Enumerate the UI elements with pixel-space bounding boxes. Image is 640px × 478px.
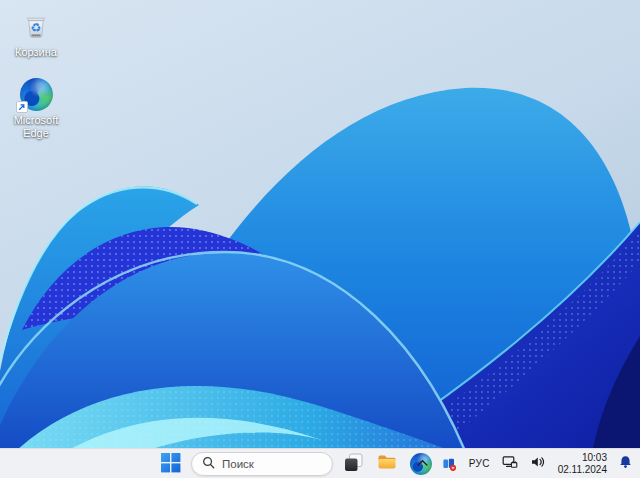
wallpaper-bloom bbox=[0, 0, 640, 478]
tray-chevron-button[interactable] bbox=[414, 454, 431, 473]
desktop: ♻ Корзина Microsoft Edge bbox=[0, 0, 640, 478]
recycle-bin-icon: ♻ bbox=[18, 8, 54, 44]
tray-status-button[interactable] bbox=[439, 454, 459, 474]
taskbar: Поиск bbox=[0, 448, 640, 478]
desktop-icon-microsoft-edge[interactable]: Microsoft Edge bbox=[2, 74, 70, 141]
network-button[interactable] bbox=[500, 452, 520, 475]
magnifier-icon bbox=[202, 455, 215, 473]
file-explorer-button[interactable] bbox=[374, 449, 400, 478]
task-view-button[interactable] bbox=[341, 450, 366, 478]
clock-time: 10:03 bbox=[582, 452, 607, 464]
windows-logo-icon bbox=[160, 452, 181, 476]
chevron-up-icon bbox=[416, 456, 429, 471]
desktop-icon-label: Корзина bbox=[15, 46, 57, 59]
search-box[interactable]: Поиск bbox=[191, 452, 333, 476]
notification-center-button[interactable] bbox=[617, 453, 634, 474]
language-indicator[interactable]: РУС bbox=[467, 456, 492, 471]
tray-status-icon bbox=[441, 456, 457, 472]
notification-bell-icon bbox=[619, 455, 632, 472]
taskbar-center-group: Поиск bbox=[158, 449, 434, 478]
file-explorer-folder-icon bbox=[376, 451, 398, 476]
search-placeholder: Поиск bbox=[222, 458, 254, 470]
clock[interactable]: 10:03 02.11.2024 bbox=[556, 450, 609, 477]
language-label: РУС bbox=[469, 458, 490, 469]
task-view-icon bbox=[343, 452, 364, 476]
ethernet-network-icon bbox=[502, 454, 518, 473]
volume-button[interactable] bbox=[528, 452, 548, 475]
edge-icon bbox=[18, 76, 54, 112]
desktop-icon-label: Microsoft Edge bbox=[2, 114, 70, 139]
desktop-icon-recycle-bin[interactable]: ♻ Корзина bbox=[2, 6, 70, 61]
svg-text:♻: ♻ bbox=[31, 21, 42, 35]
taskbar-tray: РУС bbox=[414, 449, 634, 478]
start-button[interactable] bbox=[158, 450, 183, 478]
clock-date: 02.11.2024 bbox=[558, 464, 607, 476]
speaker-icon bbox=[530, 454, 546, 473]
shortcut-arrow-icon bbox=[16, 101, 28, 113]
